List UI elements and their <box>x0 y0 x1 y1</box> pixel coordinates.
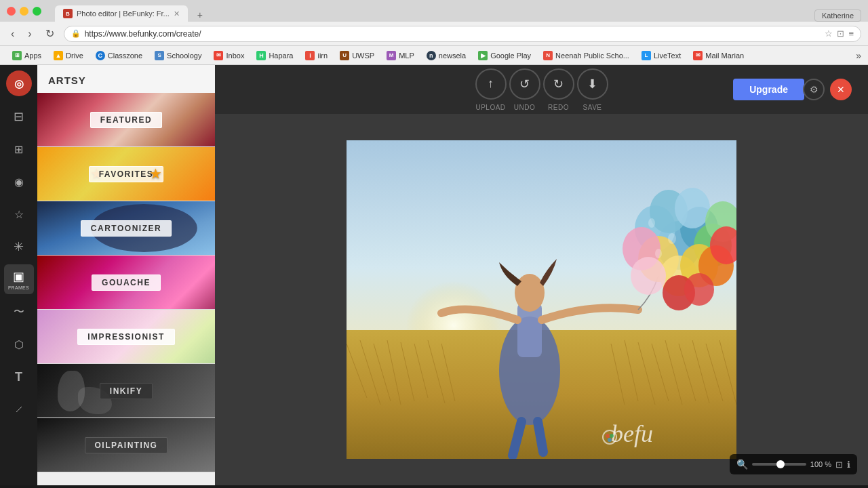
drive-favicon: ▲ <box>54 51 63 60</box>
redo-button[interactable]: ↻ <box>543 68 574 100</box>
sidebar-icon-frames[interactable]: ▣ FRAMES <box>4 264 34 294</box>
misc-icon: ⟋ <box>14 403 24 415</box>
bookmark-iirn-label: iirn <box>317 52 328 60</box>
upgrade-button[interactable]: Upgrade <box>733 79 804 100</box>
sidebar-icon-adjustments[interactable]: ⊞ <box>4 134 34 164</box>
undo-label: UNDO <box>514 104 535 111</box>
sidebar-icon-layers[interactable]: ⊟ <box>4 102 34 131</box>
svg-text:befu: befu <box>611 420 653 447</box>
sidebar-icon-shapes[interactable]: ⬡ <box>4 329 34 359</box>
zoom-fit-button[interactable]: ⊡ <box>835 460 843 470</box>
save-label: SAVE <box>583 104 602 111</box>
bookmark-neenah[interactable]: N Neenah Public Scho... <box>538 49 635 62</box>
panel-title: ARTSY <box>48 75 86 86</box>
user-profile[interactable]: Katherine <box>814 9 861 22</box>
save-button[interactable]: ⬇ <box>577 68 608 100</box>
upload-button[interactable]: ↑ <box>475 68 507 100</box>
zoom-settings-button[interactable]: ℹ <box>847 460 850 470</box>
bookmark-inbox[interactable]: ✉ Inbox <box>208 49 250 62</box>
oilpainting-label: OILPAINTING <box>85 437 168 453</box>
effect-oilpainting[interactable]: OILPAINTING <box>37 418 215 472</box>
extensions-icon[interactable]: ⊡ <box>837 28 844 39</box>
bookmark-livetext[interactable]: L LiveText <box>636 49 686 62</box>
bookmark-mlp-label: MLP <box>399 52 414 60</box>
effect-featured[interactable]: FEATURED <box>37 93 215 147</box>
favorites-bg: ★ FAVORITES ★ <box>37 147 215 201</box>
minimize-window-button[interactable] <box>20 7 28 16</box>
effects-icon: ✳ <box>14 239 24 254</box>
inkify-bg: INKIFY <box>37 364 215 418</box>
bookmark-google-play-label: Google Play <box>490 52 531 60</box>
bookmarks-bar: ⊞ Apps ▲ Drive C Classzone S Schoology ✉… <box>0 46 868 65</box>
bookmark-uwsp[interactable]: U UWSP <box>334 49 380 62</box>
effect-impressionist[interactable]: IMPRESSIONIST <box>37 310 215 364</box>
sidebar-icon-logo[interactable]: ◎ <box>6 70 32 96</box>
bookmark-apps[interactable]: ⊞ Apps <box>7 49 47 62</box>
back-button[interactable]: ‹ <box>7 25 18 43</box>
svg-point-46 <box>606 434 610 438</box>
menu-icon[interactable]: ≡ <box>848 28 854 39</box>
panel-header: ARTSY <box>37 65 215 93</box>
mail-marian-favicon: ✉ <box>693 51 703 60</box>
draw-icon: 〜 <box>14 305 24 319</box>
bookmark-drive-label: Drive <box>66 52 83 60</box>
tab-close-button[interactable]: ✕ <box>174 9 180 18</box>
bookmark-hapara-label: Hapara <box>269 52 293 60</box>
canvas-area: befu 🔍 100 % ⊡ ℹ <box>215 114 868 485</box>
bookmark-newsela[interactable]: n newsela <box>421 49 471 62</box>
zoom-out-icon[interactable]: 🔍 <box>736 459 748 470</box>
effect-cartoonizer[interactable]: CARTOONIZER <box>37 201 215 256</box>
bookmark-drive[interactable]: ▲ Drive <box>48 49 89 62</box>
layers-icon: ⊟ <box>14 109 24 124</box>
new-tab-button[interactable]: + <box>191 8 210 22</box>
sidebar-icon-draw[interactable]: 〜 <box>4 297 34 327</box>
maximize-window-button[interactable] <box>33 7 41 16</box>
effect-favorites[interactable]: ★ FAVORITES ★ <box>37 147 215 201</box>
livetext-favicon: L <box>642 51 651 60</box>
sidebar-icon-misc[interactable]: ⟋ <box>4 394 34 424</box>
bookmark-hapara[interactable]: H Hapara <box>251 49 298 62</box>
impressionist-label: IMPRESSIONIST <box>77 329 175 345</box>
frames-icon: ▣ <box>13 269 24 284</box>
settings-button[interactable]: ⚙ <box>803 79 825 100</box>
effect-gouache[interactable]: GOUACHE <box>37 256 215 310</box>
lock-icon: 🔒 <box>71 29 81 38</box>
zoom-slider[interactable] <box>752 463 806 466</box>
sidebar-icon-text[interactable]: T <box>4 362 34 392</box>
bookmark-mail-marian[interactable]: ✉ Mail Marian <box>688 49 749 62</box>
inkify-label: INKIFY <box>100 383 153 399</box>
effect-inkify[interactable]: INKIFY <box>37 364 215 418</box>
svg-point-42 <box>648 218 655 228</box>
forward-button[interactable]: › <box>24 25 35 43</box>
bookmark-star-icon[interactable]: ☆ <box>825 28 833 39</box>
address-bar[interactable]: 🔒 https://www.befunky.com/create/ ☆ ⊡ ≡ <box>64 26 861 42</box>
redo-label: REDO <box>548 104 569 111</box>
logo-icon: ◎ <box>14 77 24 90</box>
undo-item: ↺ UNDO <box>509 68 540 111</box>
gouache-bg: GOUACHE <box>37 256 215 309</box>
svg-point-40 <box>684 273 714 306</box>
apps-favicon: ⊞ <box>12 51 22 60</box>
more-bookmarks-button[interactable]: » <box>856 50 861 61</box>
bookmark-classzone-label: Classzone <box>108 52 142 60</box>
reload-button[interactable]: ↻ <box>41 24 58 43</box>
active-tab[interactable]: B Photo editor | BeFunky: Fr... ✕ <box>55 5 188 22</box>
bookmark-iirn[interactable]: i iirn <box>300 49 333 62</box>
nav-bar: ‹ › ↻ 🔒 https://www.befunky.com/create/ … <box>0 22 868 46</box>
sidebar-icon-effects[interactable]: ✳ <box>4 232 34 262</box>
sidebar-icon-eye[interactable]: ◉ <box>4 167 34 197</box>
svg-point-43 <box>655 249 662 258</box>
traffic-lights <box>7 7 41 16</box>
bookmark-schoology[interactable]: S Schoology <box>149 49 207 62</box>
bookmark-classzone[interactable]: C Classzone <box>90 49 148 62</box>
iirn-favicon: i <box>305 51 315 60</box>
bookmark-mlp[interactable]: M MLP <box>381 49 420 62</box>
undo-button[interactable]: ↺ <box>509 68 540 100</box>
close-button[interactable]: ✕ <box>830 79 852 100</box>
cartoonizer-label: CARTOONIZER <box>81 220 172 237</box>
gouache-label: GOUACHE <box>92 274 161 291</box>
sidebar-icon-favorites[interactable]: ☆ <box>4 199 34 229</box>
bookmark-google-play[interactable]: ▶ Google Play <box>473 49 536 62</box>
svg-point-38 <box>631 257 666 295</box>
close-window-button[interactable] <box>7 7 16 16</box>
